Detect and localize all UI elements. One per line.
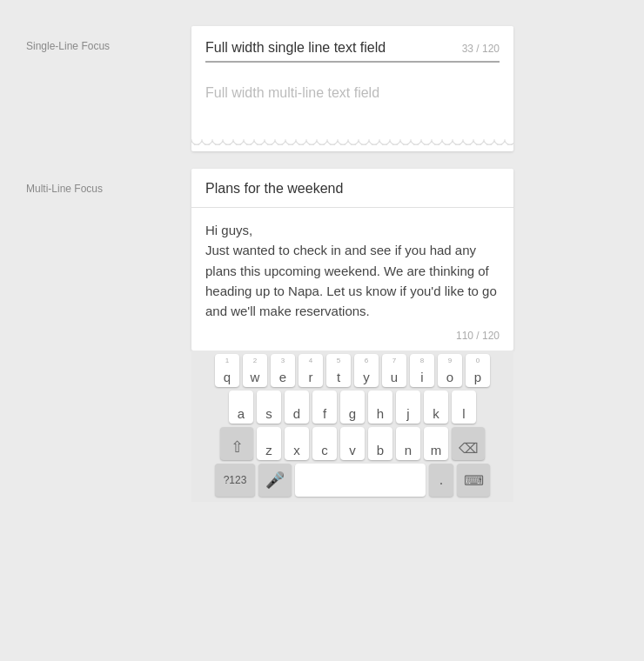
key-p-num: 0 [466, 357, 490, 364]
key-w[interactable]: 2w [243, 354, 267, 387]
key-v-char: v [349, 444, 356, 457]
keyboard-row-3: ⇧ z x c v b n m ⌫ [191, 427, 513, 460]
key-r-char: r [309, 371, 313, 384]
key-s[interactable]: s [257, 391, 281, 424]
key-m-char: m [431, 444, 442, 457]
period-key[interactable]: . [429, 464, 453, 497]
key-w-num: 2 [243, 357, 267, 364]
key-n[interactable]: n [396, 427, 420, 460]
key-i[interactable]: 8i [410, 354, 434, 387]
key-u-num: 7 [382, 357, 406, 364]
key-d[interactable]: d [285, 391, 309, 424]
key-m[interactable]: m [424, 427, 448, 460]
key-y[interactable]: 6y [354, 354, 379, 387]
key-p[interactable]: 0p [466, 354, 490, 387]
key-u[interactable]: 7u [382, 354, 406, 387]
key-v[interactable]: v [340, 427, 365, 460]
keyboard: 1q 2w 3e 4r 5t 6y 7u 8i 9o 0p a s d f [191, 351, 513, 502]
key-n-char: n [405, 444, 412, 457]
keyboard-bottom-row: ?123 🎤 . ⌨ [191, 464, 513, 497]
key-x-char: x [293, 444, 300, 457]
ml-body: Hi guys,Just wanted to check in and see … [191, 208, 513, 324]
keyboard-row-2: a s d f g h j k l [191, 391, 513, 424]
key-i-num: 8 [410, 357, 434, 364]
key-e[interactable]: 3e [271, 354, 295, 387]
single-line-card: Full width single line text field 33 / 1… [191, 26, 513, 151]
single-line-label: Single-Line Focus [0, 26, 191, 52]
key-k[interactable]: k [424, 391, 448, 424]
page-container: Single-Line Focus Full width single line… [0, 0, 644, 545]
key-g-char: g [349, 407, 356, 420]
key-t-num: 5 [326, 357, 351, 364]
ml-char-count: 110 / 120 [191, 324, 513, 351]
key-s-char: s [265, 407, 272, 420]
key-q[interactable]: 1q [215, 354, 239, 387]
key-k-char: k [433, 407, 439, 420]
emoji-keyboard-icon: ⌨ [464, 472, 484, 489]
squiggly-divider [191, 139, 513, 151]
microphone-icon: 🎤 [265, 471, 285, 490]
multi-line-section: Multi-Line Focus Plans for the weekend H… [0, 169, 644, 502]
shift-key[interactable]: ⇧ [220, 427, 253, 460]
single-line-section: Single-Line Focus Full width single line… [0, 26, 644, 151]
key-e-char: e [279, 371, 286, 384]
multi-line-card: Plans for the weekend Hi guys,Just wante… [191, 169, 513, 351]
delete-key[interactable]: ⌫ [452, 427, 485, 460]
key-c-char: c [321, 444, 328, 457]
single-line-field[interactable]: Full width single line text field 33 / 1… [205, 40, 500, 63]
key-f[interactable]: f [312, 391, 337, 424]
key-a[interactable]: a [229, 391, 253, 424]
key-b[interactable]: b [368, 427, 392, 460]
key-h[interactable]: h [368, 391, 392, 424]
key-r[interactable]: 4r [299, 354, 323, 387]
key-a-char: a [238, 407, 245, 420]
key-z[interactable]: z [257, 427, 281, 460]
key-u-char: u [391, 371, 398, 384]
space-key[interactable] [295, 464, 426, 497]
backspace-icon: ⌫ [459, 440, 479, 457]
key-b-char: b [377, 444, 384, 457]
key-r-num: 4 [299, 357, 323, 364]
emoji-keyboard-key[interactable]: ⌨ [457, 464, 490, 497]
key-o[interactable]: 9o [438, 354, 462, 387]
key-g[interactable]: g [340, 391, 365, 424]
key-y-num: 6 [354, 357, 379, 364]
multiline-placeholder-text: Full width multi-line text field [205, 77, 500, 129]
key-d-char: d [293, 407, 300, 420]
key-w-char: w [251, 371, 260, 384]
key-t[interactable]: 5t [326, 354, 351, 387]
key-x[interactable]: x [285, 427, 309, 460]
key-t-char: t [337, 371, 340, 384]
period-label: . [439, 472, 443, 488]
key-y-char: y [363, 371, 370, 384]
shift-icon: ⇧ [231, 437, 244, 457]
key-q-char: q [224, 371, 231, 384]
key-f-char: f [323, 407, 326, 420]
ml-subject: Plans for the weekend [191, 169, 513, 208]
key-c[interactable]: c [312, 427, 337, 460]
key-o-char: o [446, 371, 453, 384]
keyboard-row-1: 1q 2w 3e 4r 5t 6y 7u 8i 9o 0p [191, 354, 513, 387]
key-i-char: i [420, 371, 423, 384]
key-e-num: 3 [271, 357, 295, 364]
key-q-num: 1 [215, 357, 239, 364]
single-line-card-inner: Full width single line text field 33 / 1… [191, 26, 513, 129]
key-h-char: h [377, 407, 384, 420]
single-line-field-text: Full width single line text field [205, 40, 386, 56]
key-p-char: p [474, 371, 481, 384]
key-j-char: j [406, 407, 409, 420]
key-o-num: 9 [438, 357, 462, 364]
key-l-char: l [462, 407, 465, 420]
key-z-char: z [265, 444, 272, 457]
multi-line-label: Multi-Line Focus [0, 169, 191, 195]
single-line-char-count: 33 / 120 [462, 43, 500, 55]
key-l[interactable]: l [452, 391, 476, 424]
microphone-key[interactable]: 🎤 [258, 464, 292, 497]
symbols-label: ?123 [224, 474, 247, 486]
symbols-key[interactable]: ?123 [215, 464, 255, 497]
key-j[interactable]: j [396, 391, 420, 424]
